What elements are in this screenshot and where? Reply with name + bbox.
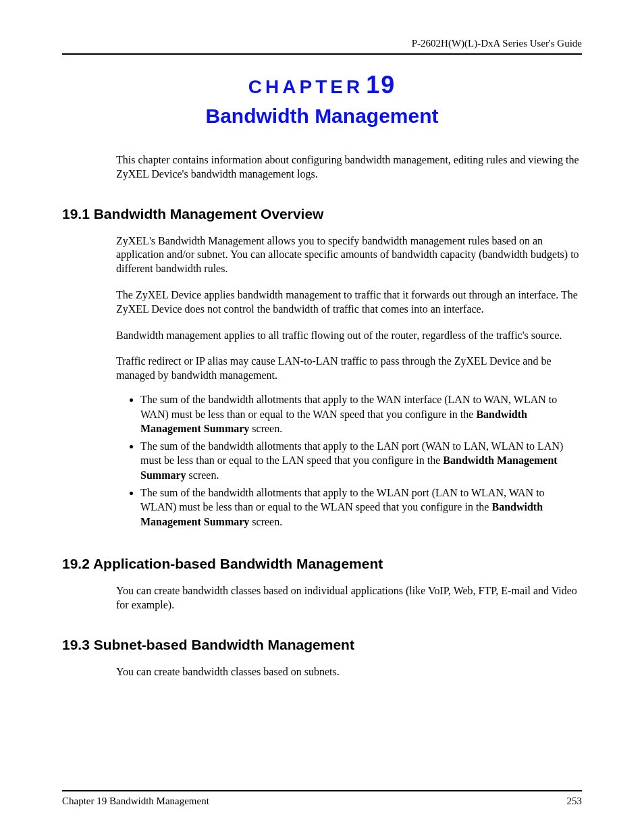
chapter-intro: This chapter contains information about …	[116, 153, 582, 182]
paragraph: Bandwidth management applies to all traf…	[116, 329, 582, 343]
flex-spacer	[62, 679, 582, 777]
running-footer: Chapter 19 Bandwidth Management 253	[62, 791, 582, 807]
chapter-kicker-word: CHAPTER	[248, 76, 363, 97]
footer-page-number: 253	[567, 796, 583, 807]
footer-chapter-label: Chapter 19 Bandwidth Management	[62, 796, 209, 807]
section-19-3-body: You can create bandwidth classes based o…	[116, 653, 582, 679]
paragraph: The ZyXEL Device applies bandwidth manag…	[116, 288, 582, 317]
chapter-title: Bandwidth Management	[62, 105, 582, 128]
section-19-1-body: ZyXEL's Bandwidth Management allows you …	[116, 222, 582, 532]
list-item: The sum of the bandwidth allotments that…	[140, 439, 582, 483]
list-item: The sum of the bandwidth allotments that…	[140, 392, 582, 436]
bullet-list: The sum of the bandwidth allotments that…	[127, 392, 582, 529]
list-item-text: screen.	[249, 423, 282, 434]
chapter-kicker-number: 19	[366, 71, 396, 99]
section-19-3-heading: 19.3 Subnet-based Bandwidth Management	[62, 637, 582, 653]
chapter-kicker-line: CHAPTER 19	[62, 71, 582, 99]
paragraph: ZyXEL's Bandwidth Management allows you …	[116, 234, 582, 276]
section-19-2-heading: 19.2 Application-based Bandwidth Managem…	[62, 556, 582, 572]
list-item: The sum of the bandwidth allotments that…	[140, 486, 582, 529]
guide-title: P-2602H(W)(L)-DxA Series User's Guide	[412, 38, 582, 49]
paragraph: Traffic redirect or IP alias may cause L…	[116, 355, 582, 383]
list-item-text: screen.	[249, 516, 282, 527]
section-19-2-body: You can create bandwidth classes based o…	[116, 572, 582, 613]
section-19-1-heading: 19.1 Bandwidth Management Overview	[62, 206, 582, 222]
list-item-text: screen.	[186, 469, 219, 481]
chapter-heading: CHAPTER 19 Bandwidth Management	[62, 71, 582, 128]
list-item-text: The sum of the bandwidth allotments that…	[140, 487, 545, 513]
paragraph: You can create bandwidth classes based o…	[116, 665, 582, 679]
running-header: P-2602H(W)(L)-DxA Series User's Guide	[62, 38, 582, 55]
paragraph: You can create bandwidth classes based o…	[116, 584, 582, 613]
